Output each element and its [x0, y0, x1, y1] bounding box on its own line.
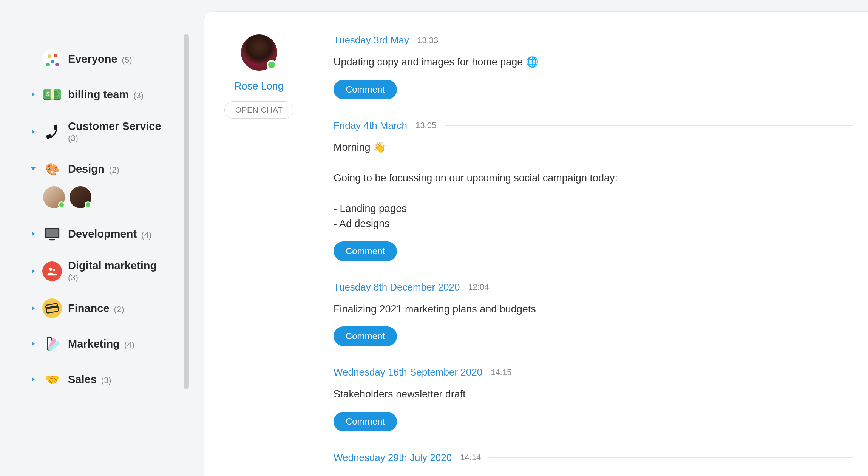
sidebar-group-billing[interactable]: 💵 billing team (3)	[30, 85, 189, 104]
entry-body: Updating copy and images for home page 🌐	[334, 54, 853, 70]
comment-button[interactable]: Comment	[334, 80, 397, 99]
screen-icon	[42, 224, 62, 244]
cash-icon: 💵	[42, 85, 62, 104]
group-count: (3)	[68, 273, 78, 283]
svg-point-9	[53, 269, 55, 271]
entry-body: Stakeholders newsletter draft	[334, 386, 853, 402]
chevron-down-icon[interactable]	[30, 166, 36, 172]
people-icon	[42, 261, 62, 281]
divider	[489, 457, 853, 458]
divider	[446, 40, 853, 40]
presence-online-icon	[85, 201, 91, 208]
feed: Tuesday 3rd May 13:33 Updating copy and …	[314, 12, 868, 476]
entry-date: Tuesday 3rd May	[334, 34, 409, 46]
chevron-right-icon[interactable]	[30, 305, 36, 311]
group-title: Customer Service	[68, 120, 161, 133]
member-avatar[interactable]	[70, 186, 91, 208]
presence-online-icon	[58, 201, 65, 208]
group-title: Everyone	[68, 53, 117, 65]
feed-entry: Tuesday 8th December 2020 12:04 Finalizi…	[334, 281, 853, 346]
comment-button[interactable]: Comment	[334, 326, 397, 346]
entry-time: 13:05	[415, 121, 436, 130]
divider	[497, 287, 853, 287]
sidebar-scrollbar[interactable]	[184, 34, 189, 412]
group-members	[30, 186, 189, 208]
profile-column: Rose Long OPEN CHAT	[204, 12, 314, 476]
sidebar-group-everyone[interactable]: Everyone (5)	[30, 49, 189, 69]
chevron-right-icon[interactable]	[30, 341, 36, 347]
group-count: (2)	[109, 165, 119, 175]
profile-avatar[interactable]	[241, 34, 277, 71]
group-title: Design	[68, 163, 105, 175]
member-avatar[interactable]	[43, 186, 65, 208]
entry-time: 14:15	[491, 368, 511, 377]
entry-body: Finalizing 2021 marketing plans and budg…	[334, 301, 853, 317]
svg-marker-1	[32, 130, 35, 134]
comment-button[interactable]: Comment	[334, 241, 397, 261]
entry-date: Tuesday 8th December 2020	[334, 281, 460, 293]
group-title: billing team	[68, 88, 129, 101]
sidebar-group-development[interactable]: Development (4)	[30, 224, 189, 244]
entry-body: Morning 👋 Going to be focussing on our u…	[334, 140, 853, 232]
entry-time: 14:14	[460, 453, 481, 462]
group-count: (4)	[124, 340, 134, 350]
handshake-icon: 🤝	[42, 369, 62, 389]
entry-date: Friday 4th March	[334, 120, 407, 131]
entry-time: 12:04	[468, 282, 489, 292]
svg-marker-10	[32, 306, 35, 311]
profile-name[interactable]: Rose Long	[234, 80, 284, 92]
entry-date: Wednesday 16th September 2020	[334, 366, 482, 378]
sidebar-group-digital-marketing[interactable]: Digital marketing (3)	[30, 260, 189, 283]
svg-marker-13	[32, 342, 35, 346]
group-count: (3)	[68, 133, 78, 143]
sidebar-group-customer-service[interactable]: Customer Service (3)	[30, 120, 189, 143]
group-count: (2)	[114, 304, 124, 314]
sidebar-group-design[interactable]: 🎨 Design (2)	[30, 159, 189, 208]
sidebar-group-finance[interactable]: Finance (2)	[30, 298, 189, 318]
phone-icon	[42, 122, 62, 142]
svg-marker-2	[31, 167, 36, 170]
feed-entry: Tuesday 3rd May 13:33 Updating copy and …	[334, 34, 853, 99]
group-title: Digital marketing	[68, 260, 157, 272]
svg-marker-7	[32, 269, 35, 274]
svg-marker-17	[32, 377, 35, 382]
swatch-icon	[42, 334, 62, 354]
group-title: Development	[68, 228, 137, 240]
main-panel: Rose Long OPEN CHAT Tuesday 3rd May 13:3…	[204, 11, 868, 476]
chevron-right-icon[interactable]	[30, 231, 36, 237]
sidebar: Everyone (5) 💵 billing team (3)	[0, 0, 204, 476]
comment-button[interactable]: Comment	[334, 412, 397, 431]
group-title: Marketing	[68, 338, 120, 350]
group-title: Finance	[68, 302, 110, 315]
credit-card-icon	[42, 298, 62, 318]
chevron-right-icon[interactable]	[30, 376, 36, 382]
feed-entry: Friday 4th March 13:05 Morning 👋 Going t…	[334, 120, 853, 261]
chevron-right-icon[interactable]	[30, 91, 36, 97]
confetti-icon	[42, 49, 62, 69]
svg-rect-6	[49, 239, 55, 240]
group-count: (3)	[101, 376, 111, 385]
svg-rect-5	[46, 229, 59, 237]
svg-marker-3	[32, 232, 35, 236]
entry-date: Wednesday 29th July 2020	[334, 452, 452, 464]
group-title: Sales	[68, 373, 97, 386]
group-count: (4)	[141, 230, 151, 240]
entry-time: 13:33	[417, 36, 438, 45]
divider	[520, 372, 853, 372]
feed-entry: Wednesday 29th July 2020 14:14	[334, 452, 853, 464]
feed-entry: Wednesday 16th September 2020 14:15 Stak…	[334, 366, 853, 431]
open-chat-button[interactable]: OPEN CHAT	[224, 101, 293, 119]
presence-online-icon	[267, 60, 276, 70]
palette-icon: 🎨	[42, 159, 62, 179]
group-count: (5)	[122, 55, 132, 65]
svg-point-8	[49, 268, 52, 271]
svg-marker-0	[32, 92, 35, 97]
chevron-right-icon[interactable]	[30, 129, 36, 135]
sidebar-group-marketing[interactable]: Marketing (4)	[30, 334, 189, 354]
group-count: (3)	[133, 91, 144, 100]
sidebar-group-sales[interactable]: 🤝 Sales (3)	[30, 369, 189, 389]
divider	[445, 125, 853, 126]
chevron-right-icon[interactable]	[30, 268, 36, 274]
